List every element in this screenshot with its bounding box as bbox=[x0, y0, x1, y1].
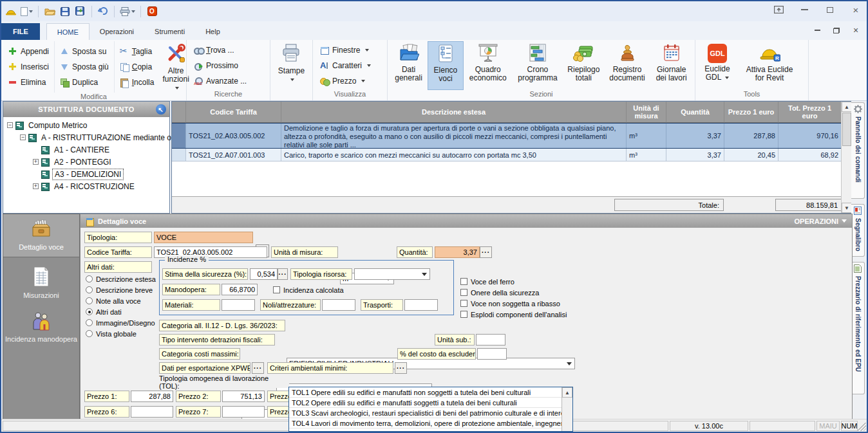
radio-descrizione-breve[interactable]: Descrizione breve bbox=[86, 285, 153, 295]
onere-sicurezza-checkbox[interactable]: Onere della sicurezza bbox=[460, 288, 539, 297]
unita-sub-field[interactable] bbox=[476, 334, 505, 345]
sposta-su-button[interactable]: Sposta su bbox=[57, 44, 111, 59]
tab-pannello-comandi[interactable]: Pannello dei comandi bbox=[851, 102, 865, 199]
radio-immagine-disegno[interactable]: Immagine/Disegno bbox=[86, 318, 155, 327]
crono-programma-button[interactable]: Cronoprogramma bbox=[513, 41, 563, 90]
tab-help[interactable]: Help bbox=[195, 23, 231, 40]
tree-expand-icon[interactable]: + bbox=[33, 183, 39, 189]
tab-segnalibro[interactable]: Segnalibro bbox=[851, 204, 865, 257]
registro-documenti-button[interactable]: Registrodocumenti bbox=[605, 41, 650, 90]
prossimo-button[interactable]: Prossimo bbox=[191, 59, 249, 73]
tol-scrollbar[interactable]: ▲ bbox=[561, 387, 572, 431]
prezzo2-field[interactable]: 751,13 bbox=[222, 391, 265, 402]
manodopera-field[interactable]: 66,8700 bbox=[222, 284, 258, 295]
tipologia-field[interactable]: VOCE bbox=[154, 232, 253, 243]
tol-scroll-up-icon[interactable]: ▲ bbox=[562, 387, 572, 398]
caratteri-button[interactable]: Caratteri bbox=[317, 59, 373, 73]
print-button[interactable] bbox=[120, 5, 135, 18]
tab-strumenti[interactable]: Strumenti bbox=[144, 23, 195, 40]
nav-misurazioni[interactable]: Misurazioni bbox=[3, 261, 79, 305]
inserisci-button[interactable]: Inserisci bbox=[6, 60, 52, 74]
stampe-button[interactable]: Stampe bbox=[275, 41, 308, 100]
voce-non-soggetta-checkbox[interactable]: Voce non soggetta a ribasso bbox=[460, 299, 560, 308]
save-button[interactable] bbox=[59, 5, 71, 18]
tree-collapse-icon[interactable]: − bbox=[20, 134, 26, 140]
tab-operazioni[interactable]: Operazioni bbox=[90, 23, 144, 40]
prezzo-button[interactable]: Prezzo bbox=[317, 74, 373, 88]
tipologia-risorsa-combo[interactable] bbox=[354, 268, 430, 280]
incidenza-calcolata-checkbox[interactable]: Incidenza calcolata bbox=[273, 285, 344, 295]
incolla-button[interactable]: Incolla bbox=[117, 75, 157, 89]
tree-item[interactable]: A1 - CANTIERE bbox=[6, 143, 169, 156]
attiva-revit-button[interactable]: R Attiva Euclidefor Revit bbox=[737, 41, 802, 90]
save-as-button[interactable] bbox=[75, 5, 86, 18]
radio-note-alla-voce[interactable]: Note alla voce bbox=[86, 296, 141, 306]
mdi-close-button[interactable]: × bbox=[851, 26, 860, 34]
trova-button[interactable]: Trova ... bbox=[191, 43, 249, 57]
costo-escludere-field[interactable] bbox=[477, 348, 507, 360]
criteri-more-button[interactable]: ··· bbox=[395, 362, 407, 374]
elimina-button[interactable]: Elimina bbox=[6, 75, 52, 89]
tab-prezzario[interactable]: Prezzario di riferimento ed EPU bbox=[851, 262, 865, 394]
euclide-gdl-button[interactable]: GDL EuclideGDL bbox=[697, 41, 737, 90]
nav-dettaglio-voce[interactable]: Dettaglio voce bbox=[3, 214, 79, 257]
col-quantita[interactable]: Quantità bbox=[666, 102, 724, 123]
tol-option[interactable]: TOL1Opere edili su edifici e manufatti n… bbox=[289, 387, 561, 398]
new-document-button[interactable] bbox=[21, 5, 33, 18]
col-tot-prezzo1[interactable]: Tot. Prezzo 1 euro bbox=[778, 102, 841, 123]
tol-option[interactable]: TOL4Lavori di movimento terra, demolizio… bbox=[289, 418, 561, 428]
copia-button[interactable]: Copia bbox=[117, 60, 157, 74]
quadro-economico-button[interactable]: Quadroeconomico bbox=[464, 41, 513, 90]
table-row[interactable]: TOS21_02.A07.001.003 Carico, traporto e … bbox=[172, 149, 841, 161]
tree-item[interactable]: + A4 - RICOSTRUZIONE bbox=[6, 180, 169, 192]
radio-altri-dati[interactable]: Altri dati bbox=[86, 307, 122, 317]
duplica-button[interactable]: Duplica bbox=[57, 75, 111, 89]
table-row-selected[interactable]: TOS21_02.A03.005.002 Demolizione e tagli… bbox=[172, 123, 841, 149]
col-prezzo1[interactable]: Prezzo 1 euro bbox=[724, 102, 778, 123]
avanzate-button[interactable]: Avanzate ... bbox=[191, 74, 249, 88]
giornale-lavori-button[interactable]: Giornaledei lavori bbox=[650, 41, 693, 90]
taglia-button[interactable]: Taglia bbox=[117, 44, 157, 59]
col-codice-tariffa[interactable]: Codice Tariffa bbox=[186, 102, 281, 123]
tree-expand-icon[interactable]: + bbox=[33, 159, 39, 165]
scroll-down-icon[interactable]: ▼ bbox=[842, 203, 852, 213]
col-descrizione[interactable]: Descrizione estesa bbox=[281, 102, 627, 123]
nav-incidenza-manodopera[interactable]: Incidenza manodopera bbox=[3, 306, 79, 349]
tree-item[interactable]: + A2 - PONTEGGI bbox=[6, 156, 169, 168]
prezzo6-field[interactable] bbox=[131, 406, 173, 418]
stima-sicurezza-field[interactable]: 0,534 bbox=[250, 268, 278, 280]
tab-home[interactable]: HOME bbox=[46, 23, 90, 40]
scroll-thumb[interactable] bbox=[842, 113, 851, 146]
open-button[interactable] bbox=[44, 5, 55, 18]
maximize-button[interactable] bbox=[824, 5, 836, 14]
operazioni-menu[interactable]: OPERAZIONI bbox=[795, 217, 847, 225]
dati-generali-button[interactable]: Datigenerali bbox=[390, 41, 428, 90]
prezzo1-field[interactable]: 287,88 bbox=[131, 391, 173, 402]
close-button[interactable]: × bbox=[850, 5, 862, 14]
appendi-button[interactable]: Appendi bbox=[6, 44, 52, 59]
voce-del-ferro-checkbox[interactable]: Voce del ferro bbox=[460, 277, 514, 286]
tree-collapse-icon[interactable]: − bbox=[7, 122, 13, 128]
tol-option[interactable]: TOL5 bbox=[289, 428, 561, 432]
trasporti-field[interactable] bbox=[404, 299, 438, 311]
grid-vertical-scrollbar[interactable]: ▲ ▼ bbox=[841, 102, 852, 213]
prezzo7-field[interactable] bbox=[222, 406, 265, 418]
quantita-more-button[interactable]: ··· bbox=[480, 246, 492, 258]
tab-file[interactable]: FILE bbox=[1, 23, 40, 40]
ribbon-collapse-icon[interactable] bbox=[773, 5, 784, 14]
scroll-up-icon[interactable]: ▲ bbox=[842, 102, 852, 112]
undo-button[interactable] bbox=[97, 5, 109, 18]
noli-field[interactable] bbox=[322, 299, 355, 311]
finestre-button[interactable]: Finestre bbox=[317, 43, 373, 57]
stima-more-button[interactable]: ··· bbox=[278, 268, 288, 280]
tree-item-selected[interactable]: A3 - DEMOLIZIONI bbox=[6, 168, 169, 180]
radio-vista-globale[interactable]: Vista globale bbox=[86, 329, 137, 338]
esplodi-componenti-checkbox[interactable]: Esplodi componenti dell'analisi bbox=[460, 309, 567, 319]
tol-option[interactable]: TOL3Scavi archeologici, restauri special… bbox=[289, 408, 561, 418]
quantita-field[interactable]: 3,37 bbox=[435, 246, 480, 258]
xpwe-more-button[interactable]: ··· bbox=[252, 362, 264, 374]
exit-button[interactable]: O bbox=[146, 5, 158, 18]
tree-item[interactable]: − A - RISTRUTTURAZIONE mediante opere bbox=[6, 131, 169, 143]
radio-descrizione-estesa[interactable]: Descrizione estesa bbox=[86, 274, 156, 284]
materiali-field[interactable] bbox=[222, 299, 255, 311]
